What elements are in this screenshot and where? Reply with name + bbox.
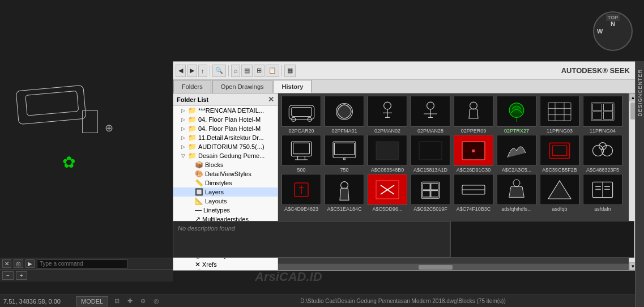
- grid-item-2-4[interactable]: A$C74F10B3C: [453, 174, 494, 212]
- grid-item-2-7[interactable]: asfdafn: [582, 174, 624, 212]
- folder-icon-1: 📁: [188, 116, 197, 123]
- grid-item-2-2[interactable]: A$C5DD96...: [366, 174, 408, 212]
- grid-item-1-0[interactable]: 500: [280, 135, 322, 173]
- tree-item-7[interactable]: 🎨DetailViewStyles: [173, 169, 278, 178]
- grid-item-2-3[interactable]: A$C62C5019F: [410, 174, 451, 212]
- folder-icon-7: 🎨: [195, 170, 203, 178]
- grid-item-1-5[interactable]: A$C2A3C5...: [496, 135, 538, 173]
- svg-point-27: [343, 157, 345, 159]
- tree-label-9: Layers: [205, 189, 224, 195]
- cmd-icon-2[interactable]: ◎: [14, 259, 23, 268]
- tree-item-10[interactable]: 📐Layouts: [173, 197, 278, 206]
- tree-item-2[interactable]: ▷📁04. Floor Plan Hotel-M: [173, 124, 278, 133]
- minus-tab[interactable]: −: [2, 271, 14, 280]
- home-button[interactable]: ⌂: [231, 65, 241, 77]
- cmd-icon-3[interactable]: ▶: [25, 259, 35, 268]
- description-button[interactable]: 📋: [266, 65, 279, 77]
- thumb-1-7: [583, 135, 622, 166]
- grid-item-0-1[interactable]: 02PFMA01: [323, 96, 365, 134]
- model-button[interactable]: MODEL: [76, 296, 108, 306]
- grid-row-1: 500750A$C063548B0A$C15813A1D■A$C26D91C30…: [280, 135, 626, 173]
- grid-item-0-2[interactable]: 02PMAN02: [366, 96, 408, 134]
- coordinates-display: 7.51, 34836.58, 0.00: [3, 298, 71, 305]
- thumb-label-2-5: adsfqhihdfs...: [496, 206, 537, 212]
- grid-item-1-1[interactable]: 750: [323, 135, 365, 173]
- grid-item-2-5[interactable]: adsfqhihdfs...: [496, 174, 538, 212]
- grid-item-2-0[interactable]: A$C4D9E4823: [280, 174, 322, 212]
- grid-item-0-3[interactable]: 02PMAN28: [410, 96, 451, 134]
- grid-item-1-3[interactable]: A$C15813A1D: [410, 135, 451, 173]
- horizontal-scrollbar[interactable]: [278, 263, 629, 270]
- tree-item-3[interactable]: ▷📁11.Detail Arsitektur Dr...: [173, 133, 278, 142]
- bottom-tab-row: − +: [0, 269, 173, 282]
- grid-item-1-6[interactable]: A$C39CB5F2B: [539, 135, 581, 173]
- svg-rect-21: [293, 143, 310, 154]
- tree-button[interactable]: ▤: [241, 65, 253, 77]
- command-input[interactable]: [37, 259, 127, 268]
- svg-rect-33: [552, 146, 567, 156]
- grid-item-1-7[interactable]: A$C488323F5: [582, 135, 624, 173]
- search-button[interactable]: 🔍: [212, 65, 226, 77]
- thumb-label-0-2: 02PMAN02: [367, 128, 408, 134]
- tree-label-11: Linetypes: [203, 207, 230, 214]
- tree-label-1: 04. Floor Plan Hotel-M: [198, 116, 261, 123]
- grid-icon[interactable]: ⊞: [113, 297, 121, 305]
- grid-item-0-5[interactable]: 02PTRX27: [496, 96, 538, 134]
- forward-button[interactable]: ▶: [187, 65, 197, 77]
- thumb-2-4: [454, 174, 493, 205]
- tree-label-8: Dimstyles: [205, 180, 232, 186]
- polar-icon[interactable]: ◎: [152, 297, 161, 305]
- svg-point-7: [427, 102, 434, 109]
- preview-button[interactable]: ⊞: [254, 65, 265, 77]
- grid-item-0-7[interactable]: 11PRNG04: [582, 96, 624, 134]
- thumb-label-1-0: 500: [281, 167, 322, 173]
- tree-item-1[interactable]: ▷📁04. Floor Plan Hotel-M: [173, 115, 278, 124]
- grid-item-1-2[interactable]: A$C063548B0: [366, 135, 408, 173]
- thumb-1-6: [540, 135, 579, 166]
- thumb-label-0-1: 02PFMA01: [324, 128, 365, 134]
- svg-rect-18: [592, 112, 602, 120]
- expand-icon-5: ▽: [181, 153, 188, 159]
- tree-item-9[interactable]: 🔲Layers: [173, 187, 278, 197]
- grid-item-0-0[interactable]: 02PCAR20: [280, 96, 322, 134]
- tree-item-0[interactable]: ▷📁***RENCANA DETAIL...: [173, 106, 278, 115]
- folder-icon-10: 📐: [195, 197, 203, 205]
- hscroll-thumb[interactable]: [419, 265, 453, 270]
- ortho-icon[interactable]: ⊕: [139, 297, 147, 305]
- description-text: No description found: [173, 221, 450, 235]
- tab-open-drawings[interactable]: Open Drawings: [212, 80, 272, 93]
- thumb-label-0-3: 02PMAN28: [410, 128, 451, 134]
- tree-item-18[interactable]: 🔵...library.dwg: [173, 269, 278, 270]
- expand-icon-4: ▷: [181, 144, 188, 150]
- folder-icon-4: 📁: [188, 143, 197, 151]
- grid-item-0-6[interactable]: 11PRNG03: [539, 96, 581, 134]
- cmd-icon-1[interactable]: ✕: [2, 259, 11, 268]
- expand-icon-1: ▷: [181, 117, 188, 122]
- folder-icon-2: 📁: [188, 125, 197, 133]
- thumb-label-1-1: 750: [324, 167, 365, 173]
- tree-item-11[interactable]: —Linetypes: [173, 206, 278, 215]
- description-panel: No description found: [173, 221, 450, 258]
- grid-item-1-4[interactable]: ■A$C26D91C30: [453, 135, 494, 173]
- views-button[interactable]: ▦: [284, 65, 296, 77]
- snap-icon[interactable]: ✚: [126, 297, 134, 305]
- up-button[interactable]: ↑: [198, 65, 207, 77]
- grid-item-0-4[interactable]: 02PPER09: [453, 96, 494, 134]
- folder-icon-5: 📁: [188, 152, 197, 160]
- thumb-label-1-4: A$C26D91C30: [453, 167, 494, 173]
- back-button[interactable]: ◀: [176, 65, 186, 77]
- toolbar-separator-1: [210, 65, 210, 76]
- tree-item-4[interactable]: ▷📁AUDITORIUM 750.5(...): [173, 142, 278, 151]
- tab-history[interactable]: History: [274, 80, 312, 93]
- thumb-label-0-0: 02PCAR20: [281, 128, 322, 134]
- tree-item-17[interactable]: ✕Xrefs: [173, 260, 278, 269]
- tree-item-6[interactable]: 📦Blocks: [173, 160, 278, 169]
- compass-widget: TOP N W: [593, 11, 633, 51]
- plus-tab[interactable]: +: [16, 271, 27, 280]
- sidebar-close-button[interactable]: ✕: [268, 95, 274, 104]
- grid-item-2-6[interactable]: asdfqb: [539, 174, 581, 212]
- tree-item-8[interactable]: 📏Dimstyles: [173, 178, 278, 187]
- grid-item-2-1[interactable]: A$C51EA184C: [323, 174, 365, 212]
- tab-folders[interactable]: Folders: [173, 80, 211, 93]
- tree-item-5[interactable]: ▽📁Desain Gedung Peme...: [173, 151, 278, 160]
